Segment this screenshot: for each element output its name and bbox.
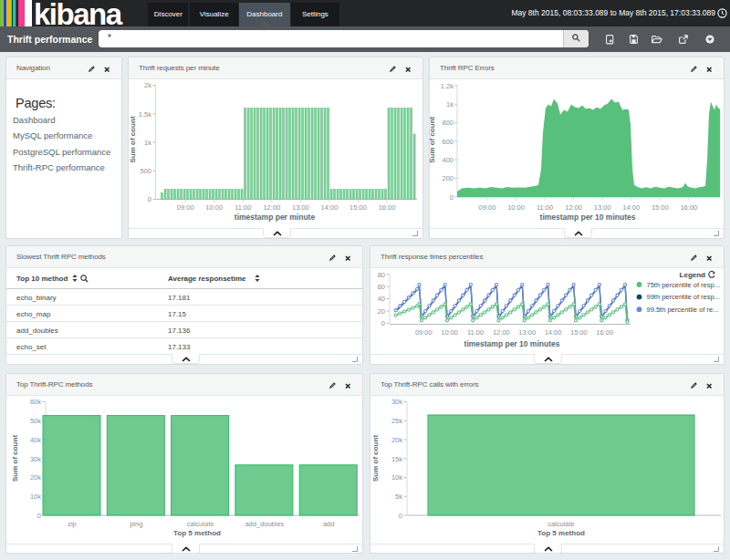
svg-text:20k: 20k — [30, 473, 41, 482]
svg-text:Sum of count: Sum of count — [430, 116, 437, 162]
svg-text:10:00: 10:00 — [507, 203, 525, 212]
svg-text:0: 0 — [381, 319, 385, 327]
svg-text:800: 800 — [442, 119, 454, 127]
svg-text:zip: zip — [68, 520, 77, 528]
svg-text:600: 600 — [442, 138, 454, 146]
svg-text:add_doubles: add_doubles — [245, 520, 284, 528]
svg-text:calculate: calculate — [187, 520, 214, 528]
svg-text:12:00: 12:00 — [493, 328, 510, 337]
svg-text:14:00: 14:00 — [321, 203, 339, 212]
svg-text:16:00: 16:00 — [596, 328, 613, 337]
svg-text:10k: 10k — [30, 493, 41, 501]
svg-text:timestamp per 10 minutes: timestamp per 10 minutes — [540, 213, 636, 222]
svg-text:5k: 5k — [395, 493, 402, 501]
svg-text:10:00: 10:00 — [441, 328, 458, 337]
svg-text:16:00: 16:00 — [680, 203, 697, 212]
svg-text:timestamp per 10 minutes: timestamp per 10 minutes — [464, 339, 560, 348]
svg-text:1.5k: 1.5k — [139, 110, 151, 119]
svg-text:1k: 1k — [446, 100, 454, 109]
svg-text:11:00: 11:00 — [537, 203, 553, 212]
svg-text:Sum of count: Sum of count — [11, 435, 19, 482]
svg-text:16:00: 16:00 — [379, 203, 396, 212]
svg-text:2k: 2k — [144, 81, 151, 89]
svg-text:0: 0 — [450, 193, 454, 202]
svg-text:400: 400 — [442, 156, 454, 164]
svg-text:0: 0 — [37, 512, 41, 520]
svg-text:99.5th percentile of re...: 99.5th percentile of re... — [647, 306, 719, 314]
svg-text:12:00: 12:00 — [565, 203, 582, 212]
svg-text:13:00: 13:00 — [518, 328, 536, 337]
svg-text:15:00: 15:00 — [652, 203, 669, 212]
svg-text:Legend: Legend — [680, 271, 706, 279]
svg-text:50k: 50k — [30, 417, 41, 425]
svg-text:15:00: 15:00 — [570, 328, 588, 337]
svg-text:0: 0 — [399, 512, 402, 520]
svg-text:timestamp per minute: timestamp per minute — [235, 213, 316, 222]
svg-text:500: 500 — [140, 167, 151, 175]
svg-text:09:00: 09:00 — [177, 203, 194, 212]
svg-text:Top 5 method: Top 5 method — [173, 529, 221, 537]
svg-text:10k: 10k — [391, 473, 402, 482]
svg-text:1k: 1k — [144, 139, 151, 147]
svg-text:60k: 60k — [30, 398, 41, 406]
svg-text:30k: 30k — [391, 398, 402, 406]
svg-text:1.2k: 1.2k — [441, 82, 454, 90]
svg-text:calculate: calculate — [548, 520, 575, 528]
svg-text:11:00: 11:00 — [235, 203, 251, 212]
svg-text:30k: 30k — [30, 455, 41, 463]
svg-text:Sum of count: Sum of count — [371, 435, 380, 482]
svg-text:75th percentile of resp...: 75th percentile of resp... — [647, 281, 720, 289]
svg-text:20k: 20k — [391, 436, 402, 444]
svg-text:10:00: 10:00 — [205, 203, 223, 212]
svg-text:12:00: 12:00 — [263, 203, 280, 212]
svg-text:09:00: 09:00 — [415, 328, 433, 337]
svg-text:40k: 40k — [30, 436, 41, 444]
svg-text:Top 5 method: Top 5 method — [537, 529, 585, 537]
svg-text:0: 0 — [148, 195, 151, 203]
svg-text:13:00: 13:00 — [594, 203, 611, 212]
svg-text:60: 60 — [378, 283, 385, 291]
svg-text:add: add — [323, 520, 335, 528]
svg-text:11:00: 11:00 — [467, 328, 484, 337]
svg-text:09:00: 09:00 — [479, 203, 496, 212]
svg-text:13:00: 13:00 — [292, 203, 309, 212]
svg-text:15:00: 15:00 — [349, 203, 367, 212]
svg-text:40: 40 — [378, 295, 385, 303]
svg-text:80: 80 — [378, 271, 385, 279]
svg-text:ping: ping — [130, 520, 142, 528]
svg-text:14:00: 14:00 — [622, 203, 640, 212]
svg-text:200: 200 — [442, 174, 454, 182]
svg-text:99th percentile of resp...: 99th percentile of resp... — [647, 293, 720, 301]
svg-text:14:00: 14:00 — [545, 328, 562, 337]
svg-text:20: 20 — [378, 307, 385, 316]
svg-text:Sum of count: Sum of count — [129, 116, 137, 162]
svg-text:15k: 15k — [391, 455, 402, 463]
svg-text:25k: 25k — [391, 417, 402, 425]
